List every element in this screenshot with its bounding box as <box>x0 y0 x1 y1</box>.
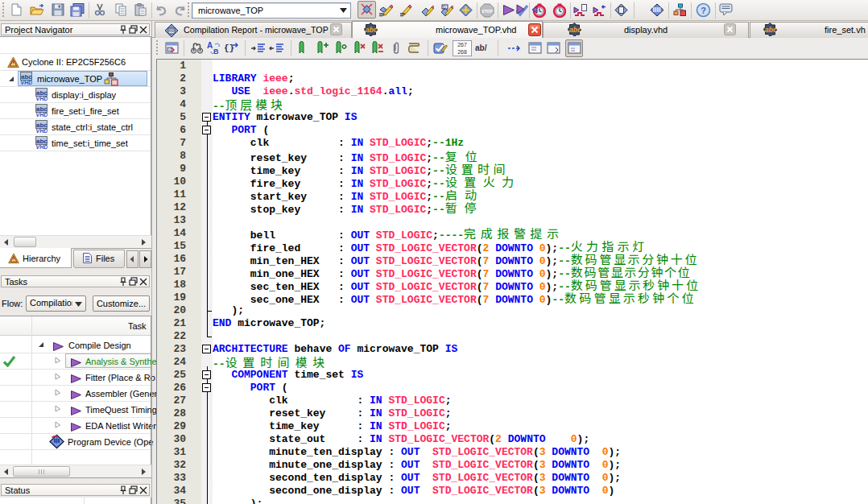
svg-text:B: B <box>213 48 219 55</box>
svg-text:abc: abc <box>569 26 581 34</box>
svg-text:D: D <box>443 5 446 10</box>
svg-text:VHD: VHD <box>36 96 48 101</box>
svg-text:?: ? <box>701 6 706 15</box>
svg-text:VHD: VHD <box>36 112 48 117</box>
svg-text:VHD: VHD <box>36 128 48 133</box>
svg-text:STOP: STOP <box>482 9 494 14</box>
svg-text:abc: abc <box>765 26 777 34</box>
svg-text:A: A <box>207 41 213 50</box>
svg-text:abc: abc <box>366 26 378 34</box>
svg-text:VHD: VHD <box>21 80 33 85</box>
svg-text:VHD: VHD <box>36 144 48 149</box>
